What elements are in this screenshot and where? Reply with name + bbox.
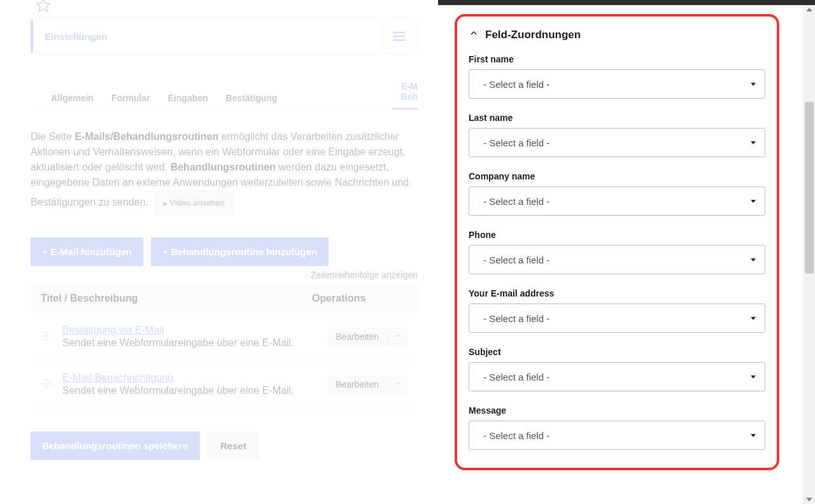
add-email-button[interactable]: + E-Mail hinzufügen xyxy=(31,237,143,266)
caret-down-icon xyxy=(751,258,756,262)
caret-down-icon xyxy=(751,141,756,144)
field-label-email: Your E-mail address xyxy=(469,288,765,298)
menu-icon[interactable] xyxy=(393,32,406,41)
settings-card-title: Einstellungen xyxy=(45,31,107,42)
select-phone[interactable]: - Select a field - xyxy=(469,245,765,274)
svg-marker-0 xyxy=(37,0,50,11)
row-description: Sendet eine Webformulareingabe über eine… xyxy=(62,385,318,396)
drag-handle-icon[interactable] xyxy=(41,330,52,344)
caret-down-icon xyxy=(751,200,756,203)
tab-active-line1: E-M xyxy=(401,81,418,92)
select-first-name[interactable]: - Select a field - xyxy=(469,69,765,99)
show-row-order-toggle[interactable]: Zeilenreihenfolge anzeigen xyxy=(31,270,418,280)
star-icon[interactable] xyxy=(36,0,51,15)
field-label-last-name: Last name xyxy=(469,113,765,123)
section-header[interactable]: Feld-Zuordnungen xyxy=(469,28,765,41)
field-label-subject: Subject xyxy=(469,347,765,357)
select-message[interactable]: - Select a field - xyxy=(469,421,765,450)
tab-emails-behandlungsroutinen[interactable]: E-M Beh xyxy=(392,75,418,109)
edit-button[interactable]: Bearbeiten xyxy=(328,375,386,393)
row-description: Sendet eine Webformulareingabe über eine… xyxy=(62,337,318,349)
scroll-up-icon[interactable] xyxy=(806,8,812,11)
caret-down-icon xyxy=(751,317,756,320)
add-handler-button[interactable]: + Behandlungsroutine hinzufügen xyxy=(151,237,329,266)
chevron-up-icon xyxy=(469,28,479,41)
select-email[interactable]: - Select a field - xyxy=(469,304,765,333)
tab-formular[interactable]: Formular xyxy=(103,87,159,109)
edit-button[interactable]: Bearbeiten xyxy=(328,328,386,346)
row-title-link[interactable]: E-Mail-Benachrichtigung xyxy=(62,372,173,383)
save-handlers-button[interactable]: Behandlungsroutinen speichern xyxy=(31,431,200,460)
select-last-name[interactable]: - Select a field - xyxy=(469,128,765,157)
left-panel: Einstellungen Allgemein Formular Eingabe… xyxy=(0,0,433,504)
settings-card: Einstellungen xyxy=(31,19,418,53)
tab-active-line2: Beh xyxy=(401,92,418,102)
field-mappings-section: Feld-Zuordnungen First name - Select a f… xyxy=(455,14,779,470)
tabs: Allgemein Formular Eingaben Bestätigung … xyxy=(31,75,418,110)
caret-down-icon xyxy=(751,375,756,379)
window-titlebar xyxy=(438,0,815,5)
section-title: Feld-Zuordnungen xyxy=(485,29,581,41)
field-label-phone: Phone xyxy=(469,230,765,240)
table-row: Bestätigung via E-Mail Sendet eine Webfo… xyxy=(31,313,418,361)
row-operations: Bearbeiten xyxy=(328,328,408,346)
scroll-down-icon[interactable] xyxy=(806,498,812,501)
operations-dropdown-icon[interactable] xyxy=(386,328,408,346)
table-row: E-Mail-Benachrichtigung Sendet eine Webf… xyxy=(31,361,418,409)
scrollbar-thumb[interactable] xyxy=(805,102,814,274)
field-label-company-name: Company name xyxy=(469,171,765,181)
intro-paragraph: Die Seite E-Mails/Behandlungsroutinen er… xyxy=(31,129,418,216)
reset-button[interactable]: Reset xyxy=(208,431,259,460)
right-panel: Feld-Zuordnungen First name - Select a f… xyxy=(446,5,800,503)
field-label-first-name: First name xyxy=(469,54,765,64)
th-operations: Operations xyxy=(312,293,408,304)
watch-video-button[interactable]: Video ansehen xyxy=(155,190,234,216)
select-company-name[interactable]: - Select a field - xyxy=(469,186,765,216)
th-title: Titel / Beschreibung xyxy=(41,293,312,304)
row-operations: Bearbeiten xyxy=(328,375,408,393)
drag-handle-icon[interactable] xyxy=(41,378,52,391)
caret-down-icon xyxy=(751,83,756,86)
operations-dropdown-icon[interactable] xyxy=(386,375,408,393)
tab-allgemein[interactable]: Allgemein xyxy=(31,87,103,109)
caret-down-icon xyxy=(751,434,756,437)
select-subject[interactable]: - Select a field - xyxy=(469,362,765,391)
table-header: Titel / Beschreibung Operations xyxy=(31,284,418,313)
field-label-message: Message xyxy=(469,405,765,416)
tab-bestaetigung[interactable]: Bestätigung xyxy=(217,87,287,109)
row-title-link[interactable]: Bestätigung via E-Mail xyxy=(62,325,164,335)
tab-eingaben[interactable]: Eingaben xyxy=(159,87,217,109)
